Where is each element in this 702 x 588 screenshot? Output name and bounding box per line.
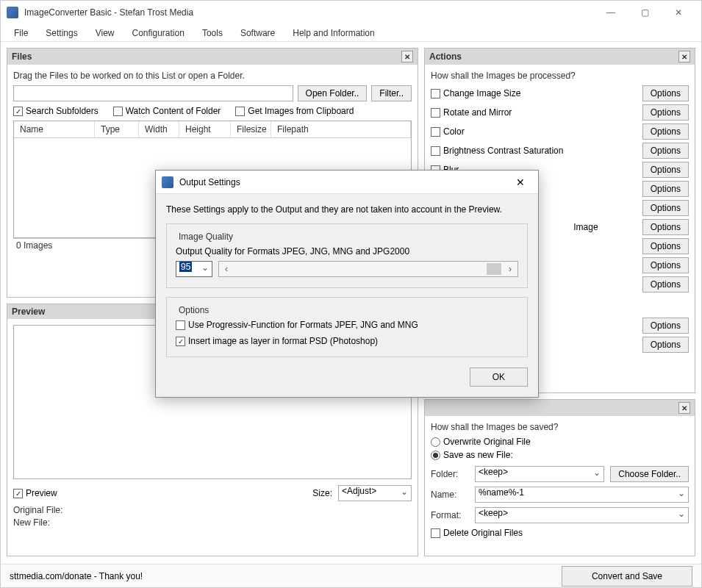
menu-software[interactable]: Software — [233, 26, 282, 40]
format-label: Format: — [431, 510, 469, 520]
convert-save-button[interactable]: Convert and Save — [562, 566, 692, 587]
chk-brightness[interactable]: Brightness Contrast Saturation — [431, 146, 563, 156]
minimize-button[interactable]: — — [594, 1, 628, 24]
window-controls: — ▢ ✕ — [594, 1, 695, 24]
path-row: Open Folder.. Filter.. — [13, 85, 412, 101]
filter-button[interactable]: Filter.. — [371, 85, 412, 101]
ok-button[interactable]: OK — [470, 368, 528, 387]
table-header: Name Type Width Height Filesize Filepath — [14, 121, 411, 138]
format-select[interactable]: <keep> — [475, 507, 689, 523]
preview-info: Original File: New File: — [13, 504, 412, 529]
original-file-label: Original File: — [13, 504, 412, 517]
radio-savenew[interactable]: Save as new File: — [431, 450, 689, 460]
action-row: Change Image SizeOptions — [431, 85, 689, 101]
save-panel: ✕ How shall the Images be saved? Overwri… — [424, 399, 695, 556]
chk-color[interactable]: Color — [431, 126, 465, 137]
files-title: Files — [12, 51, 32, 62]
quality-value-input[interactable]: 95 — [176, 261, 212, 277]
window-title: ImageConverter Basic - Stefan Trost Medi… — [24, 7, 594, 18]
col-width[interactable]: Width — [139, 121, 179, 137]
menu-help[interactable]: Help and Information — [285, 26, 382, 40]
chk-subfolders[interactable]: ✓Search Subfolders — [13, 106, 99, 116]
files-close-icon[interactable]: ✕ — [401, 51, 413, 62]
quality-scrollbar[interactable]: ‹ › — [218, 261, 518, 277]
files-checkbox-row: ✓Search Subfolders Watch Content of Fold… — [13, 106, 412, 116]
options-button[interactable]: Options — [642, 257, 689, 273]
action-row: Brightness Contrast SaturationOptions — [431, 143, 689, 159]
save-close-icon[interactable]: ✕ — [678, 402, 690, 414]
scroll-right-icon[interactable]: › — [503, 262, 517, 276]
size-label: Size: — [312, 488, 332, 498]
options-fieldset: Options Use Progressiv-Function for Form… — [166, 297, 528, 357]
preview-title: Preview — [12, 306, 45, 317]
options-button[interactable]: Options — [642, 318, 689, 334]
size-select[interactable]: <Adjust> — [338, 485, 412, 501]
col-filepath[interactable]: Filepath — [271, 121, 411, 137]
menu-configuration[interactable]: Configuration — [125, 26, 192, 40]
maximize-button[interactable]: ▢ — [628, 1, 662, 24]
menu-view[interactable]: View — [88, 26, 122, 40]
options-button[interactable]: Options — [642, 85, 689, 101]
preview-footer: ✓Preview Size: <Adjust> — [13, 485, 412, 501]
col-type[interactable]: Type — [95, 121, 139, 137]
dialog-intro: These Settings apply to the Output and t… — [166, 204, 528, 215]
name-select[interactable]: %name%-1 — [475, 487, 689, 503]
options-button[interactable]: Options — [642, 104, 689, 121]
output-settings-dialog: Output Settings ✕ These Settings apply t… — [155, 170, 539, 398]
titlebar: ImageConverter Basic - Stefan Trost Medi… — [1, 1, 701, 24]
action-row: Rotate and MirrorOptions — [431, 104, 689, 121]
dialog-title: Output Settings — [179, 177, 509, 187]
chk-watch[interactable]: Watch Content of Folder — [113, 106, 221, 116]
chk-clipboard[interactable]: Get Images from Clipboard — [235, 106, 354, 116]
save-body: How shall the Images be saved? Overwrite… — [425, 416, 695, 556]
quality-hint: Output Quality for Formats JPEG, JNG, MN… — [176, 246, 518, 257]
dialog-icon — [162, 176, 173, 188]
actions-hint: How shall the Images be processed? — [431, 71, 689, 81]
col-name[interactable]: Name — [14, 121, 95, 137]
dialog-titlebar: Output Settings ✕ — [156, 171, 538, 194]
folder-path-input[interactable] — [13, 85, 293, 101]
choose-folder-button[interactable]: Choose Folder.. — [610, 466, 689, 482]
chk-preview[interactable]: ✓Preview — [13, 488, 57, 498]
name-label: Name: — [431, 490, 469, 500]
quality-row: 95 ‹ › — [176, 261, 518, 277]
dialog-close-button[interactable]: ✕ — [509, 171, 532, 194]
folder-select[interactable]: <keep> — [475, 466, 604, 482]
options-button[interactable]: Options — [642, 200, 689, 216]
menu-settings[interactable]: Settings — [38, 26, 85, 40]
options-button[interactable]: Options — [642, 181, 689, 197]
dialog-footer: OK — [156, 368, 538, 397]
col-height[interactable]: Height — [179, 121, 231, 137]
footer: sttmedia.com/donate - Thank you! Convert… — [1, 564, 701, 587]
radio-overwrite[interactable]: Overwrite Original File — [431, 437, 689, 447]
quality-legend: Image Quality — [176, 232, 236, 242]
options-button[interactable]: Options — [642, 276, 689, 293]
chk-progressive[interactable]: Use Progressiv-Function for Formats JPEF… — [176, 320, 518, 330]
menu-file[interactable]: File — [7, 26, 35, 40]
options-button[interactable]: Options — [642, 337, 689, 353]
options-button[interactable]: Options — [642, 123, 689, 140]
options-button[interactable]: Options — [642, 238, 689, 254]
name-row: Name: %name%-1 — [431, 487, 689, 503]
chk-resize[interactable]: Change Image Size — [431, 88, 520, 98]
scroll-thumb[interactable] — [487, 263, 501, 275]
options-button[interactable]: Options — [642, 219, 689, 235]
chk-delete-original[interactable]: Delete Original Files — [431, 528, 689, 538]
format-row: Format: <keep> — [431, 507, 689, 523]
scroll-left-icon[interactable]: ‹ — [219, 262, 234, 276]
actions-title: Actions — [429, 51, 462, 62]
close-button[interactable]: ✕ — [662, 1, 695, 24]
chk-rotate[interactable]: Rotate and Mirror — [431, 107, 512, 118]
open-folder-button[interactable]: Open Folder.. — [298, 85, 368, 101]
menu-tools[interactable]: Tools — [195, 26, 230, 40]
folder-label: Folder: — [431, 469, 469, 479]
col-filesize[interactable]: Filesize — [231, 121, 271, 137]
actions-close-icon[interactable]: ✕ — [678, 51, 690, 62]
quality-fieldset: Image Quality Output Quality for Formats… — [166, 223, 528, 288]
options-button[interactable]: Options — [642, 143, 689, 159]
folder-row: Folder: <keep> Choose Folder.. — [431, 466, 689, 482]
options-button[interactable]: Options — [642, 162, 689, 178]
new-file-label: New File: — [13, 517, 412, 529]
donate-link[interactable]: sttmedia.com/donate - Thank you! — [10, 571, 143, 581]
chk-psd-layer[interactable]: ✓Insert image as layer in format PSD (Ph… — [176, 336, 518, 346]
